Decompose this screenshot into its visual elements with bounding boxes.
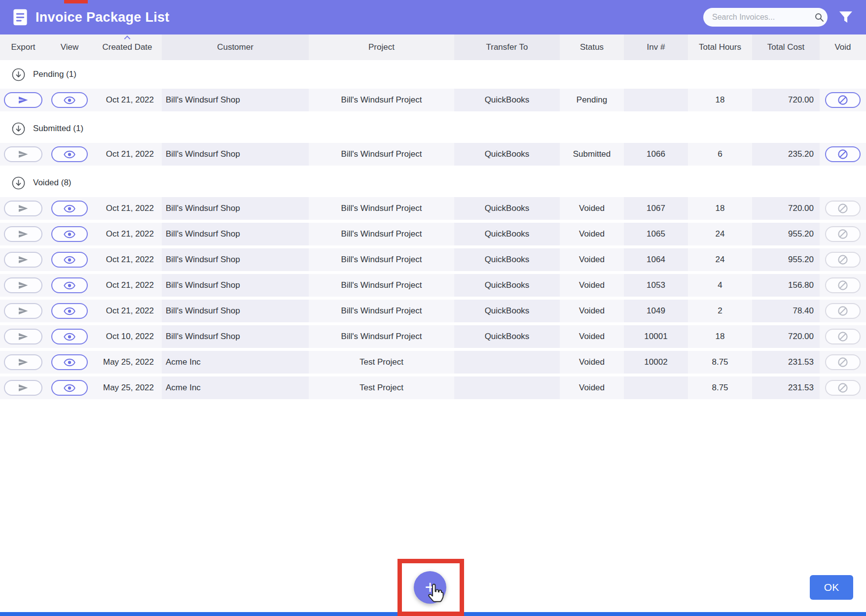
collapse-arrow-icon[interactable]: [12, 176, 25, 190]
void-button[interactable]: [825, 226, 861, 242]
void-button[interactable]: [825, 329, 861, 344]
cell-created-date: Oct 21, 2022: [93, 89, 162, 111]
cell-customer: Bill's Windsurf Shop: [162, 274, 309, 297]
column-header-void[interactable]: Void: [820, 34, 866, 60]
cell-total-hours: 8.75: [688, 351, 752, 374]
void-button[interactable]: [825, 303, 861, 319]
cell-total-cost: 78.40: [752, 300, 820, 322]
column-header-project[interactable]: Project: [309, 34, 454, 60]
view-button[interactable]: [51, 354, 88, 370]
collapse-arrow-icon[interactable]: [12, 122, 25, 136]
eye-icon: [64, 358, 75, 367]
cell-created-date: Oct 21, 2022: [93, 300, 162, 322]
send-button[interactable]: [4, 277, 42, 293]
cell-view: [46, 143, 93, 166]
column-header-total-cost[interactable]: Total Cost: [752, 34, 820, 60]
table-row[interactable]: Oct 21, 2022Bill's Windsurf ShopBill's W…: [0, 300, 866, 322]
cell-total-hours: 18: [688, 89, 752, 111]
view-button[interactable]: [51, 380, 88, 396]
cell-transfer-to: QuickBooks: [454, 300, 560, 322]
send-button[interactable]: [4, 92, 42, 108]
void-button[interactable]: [825, 277, 861, 293]
send-button[interactable]: [4, 303, 42, 319]
cell-total-cost: 720.00: [752, 89, 820, 111]
send-button[interactable]: [4, 226, 42, 242]
eye-icon: [64, 256, 75, 264]
cell-total-hours: 4: [688, 274, 752, 297]
cursor-icon: [427, 583, 445, 606]
view-button[interactable]: [51, 226, 88, 242]
void-button[interactable]: [825, 201, 861, 216]
table-row[interactable]: Oct 21, 2022Bill's Windsurf ShopBill's W…: [0, 274, 866, 297]
void-button[interactable]: [825, 380, 861, 396]
eye-icon: [64, 96, 75, 104]
send-button[interactable]: [4, 252, 42, 268]
send-button[interactable]: [4, 201, 42, 216]
table-row[interactable]: Oct 21, 2022Bill's Windsurf ShopBill's W…: [0, 223, 866, 245]
view-button[interactable]: [51, 277, 88, 293]
cell-view: [46, 197, 93, 220]
view-button[interactable]: [51, 146, 88, 162]
group-header: Voided (8): [0, 169, 866, 197]
cell-inv-number: [624, 89, 688, 111]
table-row[interactable]: Oct 21, 2022Bill's Windsurf ShopBill's W…: [0, 89, 866, 111]
view-button[interactable]: [51, 92, 88, 108]
collapse-arrow-icon[interactable]: [12, 68, 25, 81]
app-header: Invoice Package List: [0, 0, 866, 34]
cell-created-date: Oct 21, 2022: [93, 143, 162, 166]
cell-transfer-to: QuickBooks: [454, 274, 560, 297]
view-button[interactable]: [51, 329, 88, 344]
table-row[interactable]: Oct 21, 2022Bill's Windsurf ShopBill's W…: [0, 248, 866, 271]
column-header-transfer-to[interactable]: Transfer To: [454, 34, 560, 60]
column-header-view[interactable]: View: [46, 34, 93, 60]
send-icon: [18, 96, 29, 104]
cell-total-hours: 24: [688, 248, 752, 271]
cell-customer: Bill's Windsurf Shop: [162, 248, 309, 271]
send-icon: [18, 307, 29, 315]
cell-status: Voided: [560, 223, 624, 245]
cell-transfer-to: QuickBooks: [454, 89, 560, 111]
column-header-inv[interactable]: Inv #: [624, 34, 688, 60]
void-button[interactable]: [825, 354, 861, 370]
search-box: [703, 8, 828, 27]
view-button[interactable]: [51, 252, 88, 268]
table-row[interactable]: May 25, 2022Acme IncTest ProjectVoided10…: [0, 351, 866, 374]
send-icon: [18, 150, 29, 159]
cell-project: Bill's Windsurf Project: [309, 325, 454, 348]
column-header-status[interactable]: Status: [560, 34, 624, 60]
void-button[interactable]: [825, 92, 861, 108]
cell-export: [0, 351, 46, 374]
cell-void: [820, 223, 866, 245]
send-icon: [18, 230, 29, 239]
table-row[interactable]: Oct 21, 2022Bill's Windsurf ShopBill's W…: [0, 143, 866, 166]
send-icon: [18, 332, 29, 341]
view-button[interactable]: [51, 303, 88, 319]
ok-button[interactable]: OK: [810, 575, 853, 600]
table-row[interactable]: Oct 21, 2022Bill's Windsurf ShopBill's W…: [0, 197, 866, 220]
send-button[interactable]: [4, 380, 42, 396]
cell-export: [0, 376, 46, 399]
void-button[interactable]: [825, 252, 861, 268]
column-header-total-hours[interactable]: Total Hours: [688, 34, 752, 60]
search-input[interactable]: [712, 13, 814, 22]
cell-project: Bill's Windsurf Project: [309, 89, 454, 111]
cell-customer: Bill's Windsurf Shop: [162, 325, 309, 348]
send-button[interactable]: [4, 329, 42, 344]
column-header-export[interactable]: Export: [0, 34, 46, 60]
filter-icon[interactable]: [838, 11, 853, 24]
send-icon: [18, 204, 29, 213]
send-icon: [18, 281, 29, 290]
column-header-customer[interactable]: Customer: [162, 34, 309, 60]
table-row[interactable]: Oct 10, 2022Bill's Windsurf ShopBill's W…: [0, 325, 866, 348]
cell-customer: Bill's Windsurf Shop: [162, 300, 309, 322]
send-button[interactable]: [4, 146, 42, 162]
view-button[interactable]: [51, 201, 88, 216]
table-row[interactable]: May 25, 2022Acme IncTest ProjectVoided8.…: [0, 376, 866, 399]
cell-transfer-to: QuickBooks: [454, 223, 560, 245]
send-button[interactable]: [4, 354, 42, 370]
void-button[interactable]: [825, 146, 861, 162]
cell-export: [0, 248, 46, 271]
cell-view: [46, 274, 93, 297]
search-icon[interactable]: [814, 12, 824, 22]
column-header-created-date[interactable]: Created Date: [93, 34, 162, 60]
